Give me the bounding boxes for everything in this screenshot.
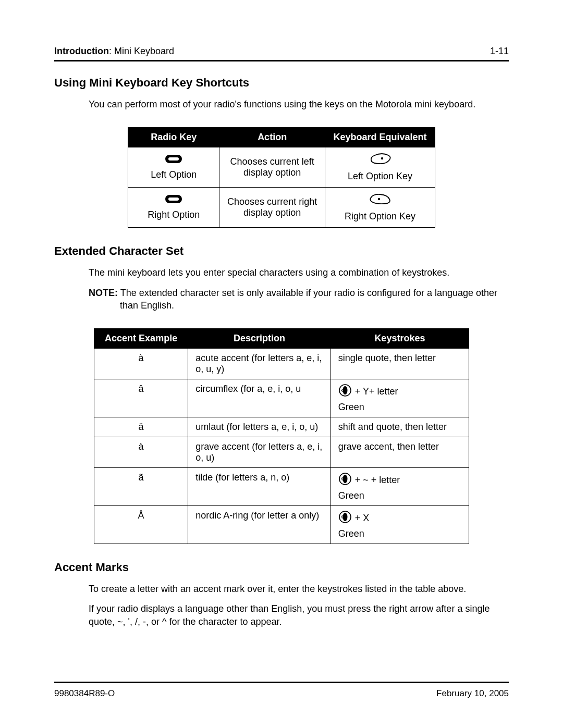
cell-keystrokes: + Y+ letterGreen — [331, 379, 469, 417]
running-header: Introduction: Mini Keyboard 1-11 — [54, 46, 509, 60]
page: Introduction: Mini Keyboard 1-11 Using M… — [0, 0, 563, 728]
cell-accent-example: à — [94, 349, 188, 379]
svg-point-2 — [381, 157, 383, 159]
cell-accent-example: à — [94, 437, 188, 468]
accent-p1: To create a letter with an accent mark o… — [89, 583, 509, 595]
svg-point-8 — [341, 389, 342, 390]
svg-point-17 — [342, 513, 347, 521]
keystroke-text: + X — [355, 513, 370, 523]
keystroke-sub: Green — [338, 528, 461, 539]
table-shortcuts: Radio Key Action Keyboard Equivalent Lef… — [128, 127, 435, 228]
option-button-icon — [165, 154, 182, 166]
cell-keystrokes: grave accent, then letter — [331, 437, 469, 468]
svg-point-20 — [341, 516, 342, 517]
svg-point-7 — [342, 386, 347, 394]
cell-accent-example: â — [94, 379, 188, 417]
svg-rect-4 — [168, 198, 179, 201]
cell-description: tilde (for letters a, n, o) — [188, 468, 331, 506]
keystroke-text: + ~ + letter — [355, 475, 400, 485]
option-key-icon — [369, 153, 391, 168]
cell-equiv: Left Option Key — [348, 171, 412, 182]
option-key-icon — [369, 193, 391, 208]
green-key-icon — [338, 510, 352, 525]
table-accents: Accent Example Description Keystrokes àa… — [94, 328, 469, 544]
svg-point-18 — [341, 515, 342, 516]
heading-accent-marks: Accent Marks — [54, 561, 509, 574]
th-keystrokes: Keystrokes — [331, 329, 469, 349]
header-left: Introduction: Mini Keyboard — [54, 46, 174, 57]
option-button-icon — [165, 194, 182, 206]
cell-accent-example: Å — [94, 506, 188, 544]
cell-action: Chooses current left display option — [219, 147, 325, 188]
accent-p2: If your radio displays a language other … — [89, 602, 509, 628]
cell-description: circumflex (for a, e, i, o, u — [188, 379, 331, 417]
svg-point-14 — [341, 479, 342, 480]
svg-point-15 — [341, 478, 342, 479]
table-row: àacute accent (for letters a, e, i, o, u… — [94, 349, 469, 379]
th-accent-example: Accent Example — [94, 329, 188, 349]
keystroke-sub: Green — [338, 490, 461, 501]
cell-action: Chooses current right display option — [219, 188, 325, 228]
footer-rule — [54, 682, 509, 683]
svg-point-10 — [341, 390, 342, 391]
cell-equiv: Right Option Key — [345, 211, 415, 222]
cell-keystrokes: + XGreen — [331, 506, 469, 544]
table-row: Right Option Chooses current right displ… — [128, 188, 435, 228]
svg-rect-1 — [168, 157, 179, 161]
cell-label: Left Option — [151, 169, 197, 180]
cell-description: umlaut (for letters a, e, i, o, u) — [188, 417, 331, 437]
heading-shortcuts: Using Mini Keyboard Key Shortcuts — [54, 76, 509, 90]
cell-description: grave accent (for letters a, e, i, o, u) — [188, 437, 331, 468]
keystroke-text: + Y+ letter — [355, 387, 398, 396]
svg-point-12 — [342, 475, 347, 483]
green-key-icon — [338, 384, 352, 399]
intro-shortcuts: You can perform most of your radio's fun… — [89, 98, 509, 110]
th-action: Action — [219, 128, 325, 147]
table-row: äumlaut (for letters a, e, i, o, u)shift… — [94, 417, 469, 437]
th-description: Description — [188, 329, 331, 349]
header-section-bold: Introduction — [54, 46, 109, 56]
cell-description: nordic A-ring (for letter a only) — [188, 506, 331, 544]
running-footer: 9980384R89-O February 10, 2005 — [54, 682, 509, 699]
header-rule — [54, 60, 509, 61]
keystroke-sub: Green — [338, 402, 461, 413]
table-row: Ånordic A-ring (for letter a only)+ XGre… — [94, 506, 469, 544]
cell-accent-example: ä — [94, 417, 188, 437]
green-key-icon — [338, 472, 352, 487]
th-radio-key: Radio Key — [128, 128, 219, 147]
table-row: Left Option Chooses current left display… — [128, 147, 435, 188]
svg-point-19 — [341, 517, 342, 519]
th-keyboard-equiv: Keyboard Equivalent — [325, 128, 435, 147]
svg-point-5 — [378, 198, 380, 200]
note-extended: NOTE: The extended character set is only… — [89, 287, 509, 312]
header-page-number: 1-11 — [490, 46, 509, 57]
cell-accent-example: ã — [94, 468, 188, 506]
footer-date: February 10, 2005 — [436, 688, 509, 699]
note-label: NOTE: — [89, 288, 118, 298]
footer-doc-number: 9980384R89-O — [54, 688, 115, 699]
cell-keystrokes: shift and quote, then letter — [331, 417, 469, 437]
cell-keystrokes: single quote, then letter — [331, 349, 469, 379]
table-row: àgrave accent (for letters a, e, i, o, u… — [94, 437, 469, 468]
cell-keystrokes: + ~ + letterGreen — [331, 468, 469, 506]
table-row: âcircumflex (for a, e, i, o, u+ Y+ lette… — [94, 379, 469, 417]
header-section-rest: : Mini Keyboard — [109, 46, 174, 56]
table-row: ãtilde (for letters a, n, o)+ ~ + letter… — [94, 468, 469, 506]
note-body: The extended character set is only avail… — [120, 288, 497, 311]
intro-extended: The mini keyboard lets you enter special… — [89, 266, 509, 279]
cell-label: Right Option — [148, 209, 200, 220]
cell-description: acute accent (for letters a, e, i, o, u,… — [188, 349, 331, 379]
heading-extended: Extended Character Set — [54, 244, 509, 258]
svg-point-13 — [341, 477, 342, 478]
svg-point-9 — [341, 391, 342, 392]
